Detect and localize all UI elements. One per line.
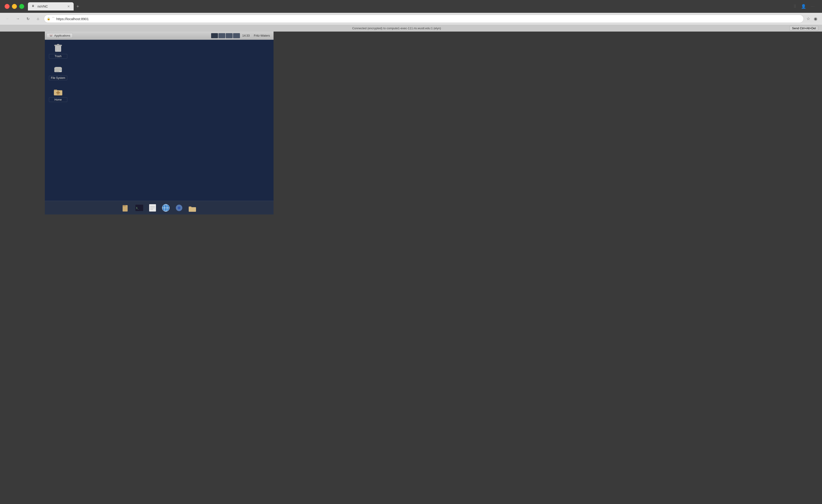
filesystem-icon <box>53 64 63 74</box>
reload-icon: ↻ <box>27 17 29 21</box>
svg-point-31 <box>178 206 180 209</box>
taskbar-right: 14:33 Fritz-Waters <box>211 33 272 38</box>
tab-label: noVNC <box>37 5 48 8</box>
desktop-area: Trash File System <box>45 40 274 201</box>
home-icon: ⌂ <box>37 17 39 21</box>
close-button[interactable] <box>5 4 10 9</box>
forward-button[interactable]: → <box>14 15 22 23</box>
pocket-icon[interactable]: ◉ <box>813 15 818 22</box>
taskbar-time: 14:33 <box>241 33 252 38</box>
browser-title-bar: 🖥 noVNC ✕ + ⠿ 👤 ⋯ <box>0 0 822 13</box>
home-icon-graphic <box>53 85 64 96</box>
bookmarks-icon[interactable]: ☆ <box>806 15 811 22</box>
xfce-taskbar: 🐭 Applications 14:33 Fritz-Waters <box>45 32 274 40</box>
home-folder-icon <box>53 86 63 96</box>
address-bar-wrapper: 🔒 ⁀ <box>44 15 804 23</box>
menu-icon[interactable]: ⋯ <box>810 3 816 10</box>
reload-button[interactable]: ↻ <box>24 15 32 23</box>
back-icon: ← <box>6 17 10 21</box>
applications-label: Applications <box>54 34 70 37</box>
taskbar-user: Fritz-Waters <box>252 33 272 38</box>
browser-tab-novnc[interactable]: 🖥 noVNC ✕ <box>28 2 74 11</box>
applications-menu[interactable]: 🐭 Applications <box>47 33 73 38</box>
workspace-indicator-2[interactable] <box>219 33 225 38</box>
trash-label: Trash <box>49 54 67 59</box>
tab-close-icon[interactable]: ✕ <box>67 5 70 8</box>
trash-icon <box>53 43 63 53</box>
dock-folder-icon <box>188 203 197 212</box>
workspace-indicator-1[interactable] <box>211 33 218 38</box>
tab-favicon: 🖥 <box>32 4 36 8</box>
home-label: Home <box>49 97 67 102</box>
dock-item-files[interactable] <box>120 202 132 214</box>
svg-rect-16 <box>58 93 59 95</box>
connection-bar: Connected (encrypted) to compute1-exec-1… <box>0 25 822 32</box>
lock-decoration: ⁀ <box>52 17 54 20</box>
extensions-icon[interactable]: ⠿ <box>793 3 797 10</box>
address-input[interactable] <box>56 17 801 21</box>
dock-item-terminal[interactable]: $_ <box>133 202 145 214</box>
svg-line-3 <box>56 47 57 51</box>
tab-bar: 🖥 noVNC ✕ + <box>28 2 789 11</box>
filesystem-label: File System <box>49 76 67 80</box>
dock-terminal-icon: $_ <box>135 203 144 212</box>
svg-rect-33 <box>189 207 196 212</box>
workspace-indicator-3[interactable] <box>226 33 233 38</box>
traffic-lights <box>5 4 24 9</box>
dock-item-folder2[interactable] <box>186 202 198 214</box>
toolbar-extras: ☆ ◉ <box>806 15 818 22</box>
applications-icon: 🐭 <box>49 34 53 37</box>
svg-rect-19 <box>122 205 126 206</box>
browser-right-icons: ⠿ 👤 ⋯ <box>793 3 817 10</box>
home-button[interactable]: ⌂ <box>34 15 42 23</box>
security-icon: 🔒 <box>47 17 50 20</box>
svg-rect-10 <box>55 71 59 72</box>
desktop-icon-home[interactable]: Home <box>49 85 67 102</box>
svg-line-5 <box>59 47 60 51</box>
svg-rect-8 <box>55 68 61 71</box>
dock-browser-icon <box>161 203 170 212</box>
workspace-indicator-4[interactable] <box>233 33 240 38</box>
dock-item-settings[interactable] <box>173 202 185 214</box>
maximize-button[interactable] <box>19 4 24 9</box>
novnc-viewport: 🐭 Applications 14:33 Fritz-Waters <box>45 32 274 214</box>
forward-icon: → <box>16 17 20 21</box>
svg-point-9 <box>60 70 61 71</box>
svg-rect-2 <box>57 44 59 45</box>
new-tab-button[interactable]: + <box>75 3 81 10</box>
dock-item-notes[interactable] <box>146 202 159 214</box>
desktop-icon-filesystem[interactable]: File System <box>49 64 67 80</box>
desktop-icon-trash[interactable]: Trash <box>49 42 67 59</box>
dock-notes-icon <box>148 203 157 212</box>
back-button[interactable]: ← <box>4 15 12 23</box>
trash-icon-graphic <box>53 42 64 53</box>
dock-item-browser[interactable] <box>160 202 172 214</box>
bottom-dock: $_ <box>45 201 274 214</box>
send-ctrl-alt-del-button[interactable]: Send Ctrl+Alt+Del <box>790 26 818 31</box>
dock-settings-icon <box>174 203 184 212</box>
minimize-button[interactable] <box>12 4 17 9</box>
connection-status: Connected (encrypted) to compute1-exec-1… <box>4 27 790 30</box>
profile-icon[interactable]: 👤 <box>800 3 807 10</box>
filesystem-icon-graphic <box>53 64 64 75</box>
svg-rect-7 <box>55 67 61 68</box>
dock-files-icon <box>121 203 130 212</box>
svg-text:$_: $_ <box>136 207 139 209</box>
browser-toolbar: ← → ↻ ⌂ 🔒 ⁀ ☆ ◉ <box>0 13 822 25</box>
browser-window: 🖥 noVNC ✕ + ⠿ 👤 ⋯ ← → ↻ ⌂ 🔒 ⁀ <box>0 0 822 32</box>
